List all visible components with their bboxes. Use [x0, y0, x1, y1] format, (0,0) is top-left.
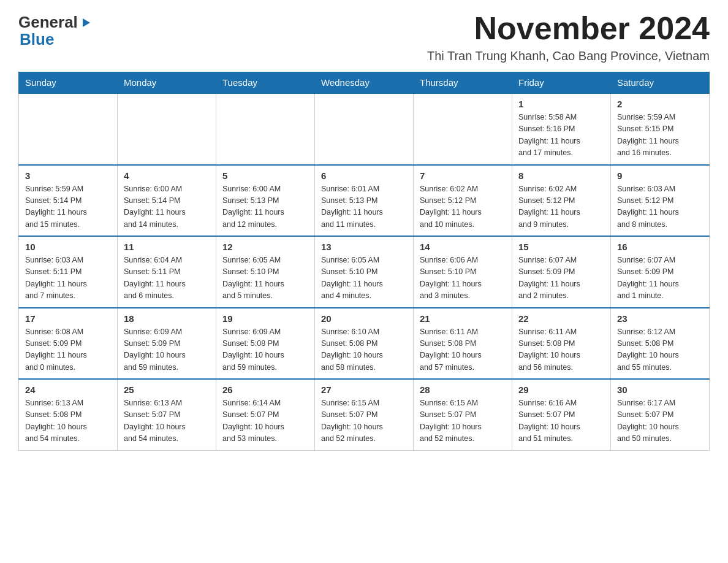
day-number: 2	[617, 99, 703, 109]
day-number: 8	[518, 170, 604, 181]
calendar-day-cell: 18Sunrise: 6:09 AMSunset: 5:09 PMDayligh…	[118, 308, 216, 380]
day-info: Sunrise: 6:14 AMSunset: 5:07 PMDaylight:…	[222, 397, 308, 445]
month-year-title: November 2024	[427, 12, 710, 44]
calendar-header-wednesday: Wednesday	[315, 72, 414, 94]
day-info: Sunrise: 6:12 AMSunset: 5:08 PMDaylight:…	[617, 326, 703, 374]
day-number: 26	[222, 385, 308, 395]
day-info: Sunrise: 6:15 AMSunset: 5:07 PMDaylight:…	[321, 397, 407, 445]
day-number: 20	[321, 313, 407, 324]
day-info: Sunrise: 6:05 AMSunset: 5:10 PMDaylight:…	[222, 255, 308, 302]
day-number: 19	[222, 313, 308, 324]
calendar-header-saturday: Saturday	[611, 72, 710, 94]
day-number: 12	[222, 242, 308, 252]
day-info: Sunrise: 6:09 AMSunset: 5:09 PMDaylight:…	[124, 326, 210, 374]
calendar-header-thursday: Thursday	[414, 72, 512, 94]
day-number: 14	[420, 242, 506, 252]
calendar-day-cell	[315, 93, 414, 165]
calendar-day-cell: 10Sunrise: 6:03 AMSunset: 5:11 PMDayligh…	[19, 236, 118, 308]
calendar-week-row: 1Sunrise: 5:58 AMSunset: 5:16 PMDaylight…	[19, 93, 710, 165]
day-number: 18	[124, 313, 210, 324]
day-number: 11	[124, 242, 210, 252]
day-info: Sunrise: 6:05 AMSunset: 5:10 PMDaylight:…	[321, 255, 407, 302]
logo-triangle-icon	[80, 13, 91, 33]
day-info: Sunrise: 5:59 AMSunset: 5:14 PMDaylight:…	[25, 183, 111, 231]
calendar-day-cell: 3Sunrise: 5:59 AMSunset: 5:14 PMDaylight…	[19, 165, 118, 237]
calendar-week-row: 3Sunrise: 5:59 AMSunset: 5:14 PMDaylight…	[19, 165, 710, 237]
calendar-day-cell: 5Sunrise: 6:00 AMSunset: 5:13 PMDaylight…	[216, 165, 315, 237]
calendar-day-cell: 22Sunrise: 6:11 AMSunset: 5:08 PMDayligh…	[512, 308, 611, 380]
calendar-day-cell: 6Sunrise: 6:01 AMSunset: 5:13 PMDaylight…	[315, 165, 414, 237]
day-number: 27	[321, 385, 407, 395]
day-info: Sunrise: 6:13 AMSunset: 5:08 PMDaylight:…	[25, 397, 111, 445]
calendar-day-cell: 12Sunrise: 6:05 AMSunset: 5:10 PMDayligh…	[216, 236, 315, 308]
calendar-week-row: 17Sunrise: 6:08 AMSunset: 5:09 PMDayligh…	[19, 308, 710, 380]
day-number: 28	[420, 385, 506, 395]
day-info: Sunrise: 6:03 AMSunset: 5:11 PMDaylight:…	[25, 255, 111, 302]
calendar-header-friday: Friday	[512, 72, 611, 94]
calendar-week-row: 24Sunrise: 6:13 AMSunset: 5:08 PMDayligh…	[19, 379, 710, 450]
calendar-day-cell: 17Sunrise: 6:08 AMSunset: 5:09 PMDayligh…	[19, 308, 118, 380]
calendar-day-cell: 29Sunrise: 6:16 AMSunset: 5:07 PMDayligh…	[512, 379, 611, 450]
day-number: 22	[518, 313, 604, 324]
day-info: Sunrise: 6:02 AMSunset: 5:12 PMDaylight:…	[420, 183, 506, 231]
calendar-header-row: SundayMondayTuesdayWednesdayThursdayFrid…	[19, 72, 710, 94]
day-number: 16	[617, 242, 703, 252]
day-number: 6	[321, 170, 407, 181]
calendar-day-cell: 20Sunrise: 6:10 AMSunset: 5:08 PMDayligh…	[315, 308, 414, 380]
location-subtitle: Thi Tran Trung Khanh, Cao Bang Province,…	[427, 49, 710, 63]
day-number: 23	[617, 313, 703, 324]
day-number: 29	[518, 385, 604, 395]
calendar-header-sunday: Sunday	[19, 72, 118, 94]
calendar-day-cell: 14Sunrise: 6:06 AMSunset: 5:10 PMDayligh…	[414, 236, 512, 308]
day-info: Sunrise: 6:09 AMSunset: 5:08 PMDaylight:…	[222, 326, 308, 374]
day-info: Sunrise: 6:16 AMSunset: 5:07 PMDaylight:…	[518, 397, 604, 445]
day-info: Sunrise: 6:02 AMSunset: 5:12 PMDaylight:…	[518, 183, 604, 231]
day-number: 3	[25, 170, 111, 181]
calendar-day-cell: 27Sunrise: 6:15 AMSunset: 5:07 PMDayligh…	[315, 379, 414, 450]
calendar-day-cell	[414, 93, 512, 165]
day-number: 13	[321, 242, 407, 252]
day-info: Sunrise: 5:58 AMSunset: 5:16 PMDaylight:…	[518, 112, 604, 159]
calendar-header-monday: Monday	[118, 72, 216, 94]
day-number: 5	[222, 170, 308, 181]
day-info: Sunrise: 6:06 AMSunset: 5:10 PMDaylight:…	[420, 255, 506, 302]
calendar-day-cell: 19Sunrise: 6:09 AMSunset: 5:08 PMDayligh…	[216, 308, 315, 380]
day-info: Sunrise: 6:15 AMSunset: 5:07 PMDaylight:…	[420, 397, 506, 445]
day-number: 25	[124, 385, 210, 395]
header: General Blue November 2024 Thi Tran Trun…	[18, 12, 710, 63]
day-info: Sunrise: 6:00 AMSunset: 5:13 PMDaylight:…	[222, 183, 308, 231]
day-info: Sunrise: 6:08 AMSunset: 5:09 PMDaylight:…	[25, 326, 111, 374]
logo-general-text: General	[18, 13, 78, 32]
calendar-day-cell: 13Sunrise: 6:05 AMSunset: 5:10 PMDayligh…	[315, 236, 414, 308]
calendar-day-cell: 2Sunrise: 5:59 AMSunset: 5:15 PMDaylight…	[611, 93, 710, 165]
calendar-day-cell: 30Sunrise: 6:17 AMSunset: 5:07 PMDayligh…	[611, 379, 710, 450]
title-section: November 2024 Thi Tran Trung Khanh, Cao …	[427, 12, 710, 63]
calendar-day-cell: 26Sunrise: 6:14 AMSunset: 5:07 PMDayligh…	[216, 379, 315, 450]
calendar-day-cell: 15Sunrise: 6:07 AMSunset: 5:09 PMDayligh…	[512, 236, 611, 308]
calendar-day-cell	[118, 93, 216, 165]
day-number: 21	[420, 313, 506, 324]
day-number: 15	[518, 242, 604, 252]
calendar-header-tuesday: Tuesday	[216, 72, 315, 94]
svg-marker-0	[83, 18, 90, 27]
day-number: 30	[617, 385, 703, 395]
day-number: 10	[25, 242, 111, 252]
day-number: 9	[617, 170, 703, 181]
calendar-day-cell: 24Sunrise: 6:13 AMSunset: 5:08 PMDayligh…	[19, 379, 118, 450]
calendar-day-cell: 28Sunrise: 6:15 AMSunset: 5:07 PMDayligh…	[414, 379, 512, 450]
calendar-day-cell: 16Sunrise: 6:07 AMSunset: 5:09 PMDayligh…	[611, 236, 710, 308]
day-number: 4	[124, 170, 210, 181]
calendar-table: SundayMondayTuesdayWednesdayThursdayFrid…	[18, 72, 710, 451]
calendar-day-cell: 1Sunrise: 5:58 AMSunset: 5:16 PMDaylight…	[512, 93, 611, 165]
day-info: Sunrise: 6:13 AMSunset: 5:07 PMDaylight:…	[124, 397, 210, 445]
day-info: Sunrise: 6:11 AMSunset: 5:08 PMDaylight:…	[518, 326, 604, 374]
calendar-day-cell	[19, 93, 118, 165]
day-info: Sunrise: 6:00 AMSunset: 5:14 PMDaylight:…	[124, 183, 210, 231]
calendar-day-cell: 7Sunrise: 6:02 AMSunset: 5:12 PMDaylight…	[414, 165, 512, 237]
day-info: Sunrise: 6:11 AMSunset: 5:08 PMDaylight:…	[420, 326, 506, 374]
day-info: Sunrise: 6:17 AMSunset: 5:07 PMDaylight:…	[617, 397, 703, 445]
calendar-day-cell: 4Sunrise: 6:00 AMSunset: 5:14 PMDaylight…	[118, 165, 216, 237]
day-info: Sunrise: 6:04 AMSunset: 5:11 PMDaylight:…	[124, 255, 210, 302]
calendar-day-cell: 9Sunrise: 6:03 AMSunset: 5:12 PMDaylight…	[611, 165, 710, 237]
day-info: Sunrise: 5:59 AMSunset: 5:15 PMDaylight:…	[617, 112, 703, 159]
